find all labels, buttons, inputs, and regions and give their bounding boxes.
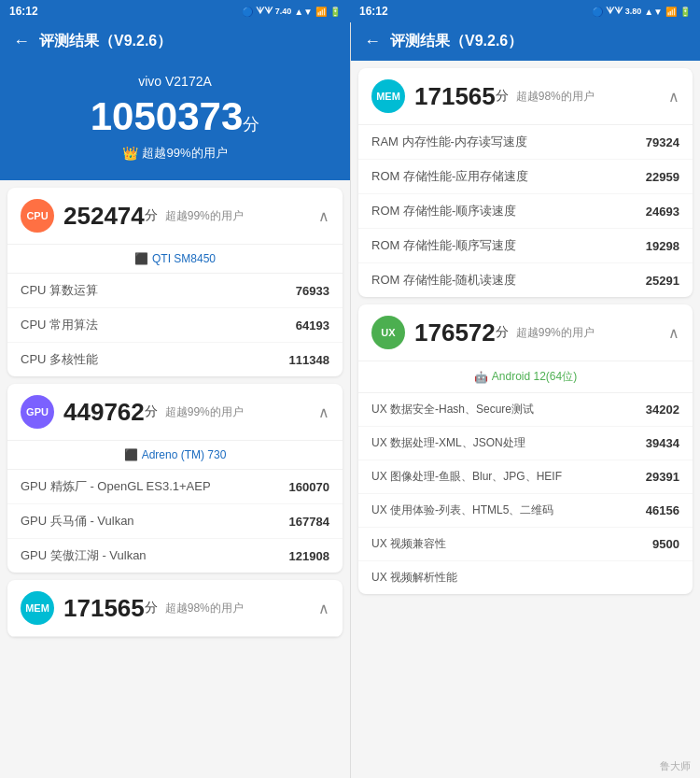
left-back-button[interactable]: ← [13, 32, 30, 51]
ux-item-4: UX 视频兼容性 9500 [358, 528, 693, 561]
mem-partial-score-unit: 分 [145, 600, 158, 616]
cpu-section: CPU 252474 分 超越99%的用户 ∧ ⬛ QTI SM8450 CPU… [7, 188, 343, 376]
ux-section: UX 176572 分 超越99%的用户 ∧ 🤖 Android 12(64位)… [358, 304, 693, 594]
cpu-section-header: CPU 252474 分 超越99%的用户 ∧ [7, 188, 343, 245]
cpu-item-1: CPU 常用算法 64193 [7, 308, 343, 343]
ux-chevron-icon[interactable]: ∧ [668, 324, 679, 342]
mem-score: 171565 [414, 82, 496, 111]
cpu-chip-label: ⬛ QTI SM8450 [7, 245, 343, 274]
mem-item-2: ROM 存储性能-顺序读速度 24693 [358, 194, 693, 229]
mem-partial-chevron-icon[interactable]: ∧ [318, 600, 329, 617]
android-label: 🤖 Android 12(64位) [358, 361, 693, 393]
gpu-score: 449762 [63, 398, 145, 427]
mem-partial-header: MEM 171565 分 超越98%的用户 ∧ [7, 580, 343, 637]
ux-item-3: UX 使用体验-列表、HTML5、二维码 46156 [358, 494, 693, 528]
gpu-chip-icon: ⬛ [124, 448, 138, 461]
status-bar-left: 16:12 🔵 ᗐᗐ 7.40 ▲▼ 📶 🔋 [0, 0, 350, 22]
total-percentile: 👑 超越99%的用户 [13, 145, 337, 162]
ux-item-2: UX 图像处理-鱼眼、Blur、JPG、HEIF 29391 [358, 460, 693, 494]
cpu-item-2: CPU 多核性能 111348 [7, 343, 343, 376]
ux-score: 176572 [414, 318, 496, 347]
mem-item-1: ROM 存储性能-应用存储速度 22959 [358, 160, 693, 194]
mem-section-header: MEM 171565 分 超越98%的用户 ∧ [358, 68, 693, 125]
gpu-item-0: GPU 精炼厂 - OpenGL ES3.1+AEP 160070 [7, 470, 343, 504]
mem-badge: MEM [371, 79, 405, 113]
total-score-suffix: 分 [243, 115, 259, 134]
chip-icon: ⬛ [134, 252, 148, 265]
total-score-display: 1050373分 [13, 94, 337, 139]
status-bar: 16:12 🔵 ᗐᗐ 7.40 ▲▼ 📶 🔋 16:12 🔵 ᗐᗐ 3.80 ▲… [0, 0, 700, 22]
device-name: vivo V2172A [13, 74, 337, 89]
cpu-chevron-icon[interactable]: ∧ [318, 207, 329, 225]
android-icon: 🤖 [474, 371, 488, 384]
gpu-badge: GPU [21, 395, 54, 429]
right-panel: ← 评测结果（V9.2.6） MEM 171565 分 超越98%的用户 ∧ R… [350, 22, 700, 778]
gpu-score-unit: 分 [145, 403, 158, 420]
right-header-title: 评测结果（V9.2.6） [390, 32, 523, 51]
time-left: 16:12 [9, 5, 38, 18]
status-icons-left: 🔵 ᗐᗐ 7.40 ▲▼ 📶 🔋 [242, 6, 341, 17]
mem-section: MEM 171565 分 超越98%的用户 ∧ RAM 内存性能-内存读写速度 … [358, 68, 693, 297]
score-card: vivo V2172A 1050373分 👑 超越99%的用户 [0, 61, 350, 180]
status-icons-right: 🔵 ᗐᗐ 3.80 ▲▼ 📶 🔋 [592, 6, 691, 17]
cpu-score-unit: 分 [145, 207, 158, 224]
cpu-badge: CPU [21, 199, 54, 233]
gpu-item-1: GPU 兵马俑 - Vulkan 167784 [7, 504, 343, 539]
left-panel: ← 评测结果（V9.2.6） vivo V2172A 1050373分 👑 超越… [0, 22, 350, 778]
status-bar-right: 16:12 🔵 ᗐᗐ 3.80 ▲▼ 📶 🔋 [350, 0, 700, 22]
crown-icon: 👑 [122, 146, 138, 161]
time-right: 16:12 [359, 5, 388, 18]
mem-partial-score: 171565 [63, 594, 145, 623]
mem-partial-badge: MEM [21, 591, 54, 625]
total-score: 1050373 [91, 94, 244, 138]
ux-section-header: UX 176572 分 超越99%的用户 ∧ [358, 304, 693, 361]
gpu-chip-label: ⬛ Adreno (TM) 730 [7, 441, 343, 470]
mem-chevron-icon[interactable]: ∧ [668, 88, 679, 106]
left-header: ← 评测结果（V9.2.6） [0, 22, 350, 61]
ux-item-1: UX 数据处理-XML、JSON处理 39434 [358, 427, 693, 460]
gpu-section: GPU 449762 分 超越99%的用户 ∧ ⬛ Adreno (TM) 73… [7, 384, 343, 573]
mem-item-0: RAM 内存性能-内存读写速度 79324 [358, 125, 693, 160]
mem-partial-percentile: 超越98%的用户 [165, 601, 244, 616]
mem-item-3: ROM 存储性能-顺序写速度 19298 [358, 229, 693, 263]
gpu-percentile: 超越99%的用户 [165, 404, 244, 420]
ux-score-unit: 分 [496, 324, 509, 341]
mem-percentile: 超越98%的用户 [516, 89, 595, 105]
ux-item-0: UX 数据安全-Hash、Secure测试 34202 [358, 393, 693, 427]
mem-item-4: ROM 存储性能-随机读速度 25291 [358, 263, 693, 297]
right-header: ← 评测结果（V9.2.6） [351, 22, 700, 61]
cpu-percentile: 超越99%的用户 [165, 208, 244, 224]
mem-partial-section: MEM 171565 分 超越98%的用户 ∧ [7, 580, 343, 637]
cpu-score: 252474 [63, 202, 145, 231]
gpu-item-2: GPU 笑傲江湖 - Vulkan 121908 [7, 539, 343, 573]
mem-score-unit: 分 [496, 88, 509, 105]
gpu-chevron-icon[interactable]: ∧ [318, 403, 329, 421]
gpu-section-header: GPU 449762 分 超越99%的用户 ∧ [7, 384, 343, 441]
watermark: 鲁大师 [660, 759, 691, 773]
ux-badge: UX [371, 316, 405, 349]
ux-item-5: UX 视频解析性能 [358, 561, 693, 594]
cpu-item-0: CPU 算数运算 76933 [7, 274, 343, 308]
left-header-title: 评测结果（V9.2.6） [39, 32, 172, 51]
ux-percentile: 超越99%的用户 [516, 325, 595, 341]
right-back-button[interactable]: ← [364, 32, 381, 51]
